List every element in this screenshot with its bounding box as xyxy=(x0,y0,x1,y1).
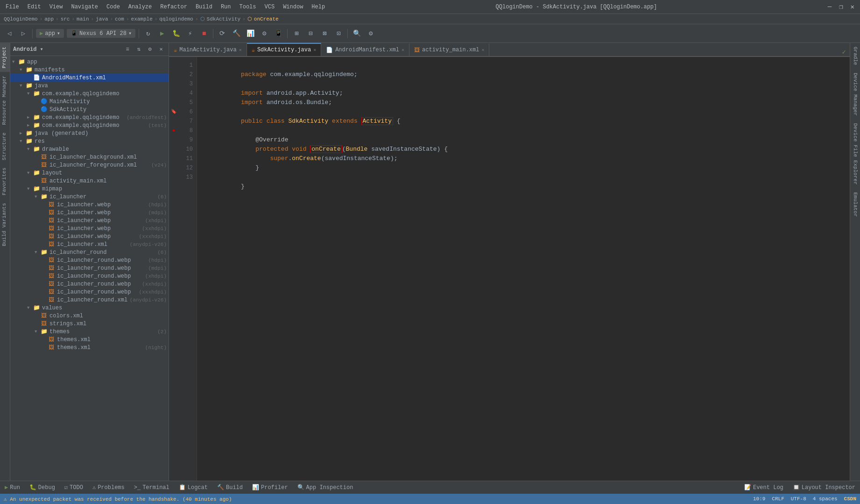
tree-item-package-androidtest[interactable]: ▶ 📁 com.example.qqlogindemo (androidTest… xyxy=(10,113,169,121)
sync-button[interactable]: ↻ xyxy=(141,27,155,40)
device-config-selector[interactable]: 📱 Nexus 6 API 28 ▾ xyxy=(67,29,135,38)
emulator-tab[interactable]: Emulator xyxy=(851,189,860,221)
tree-item-themes-night-xml[interactable]: 🖼 themes.xml (night) xyxy=(10,343,169,351)
breadcrumb-item[interactable]: ⬡ xyxy=(247,16,252,22)
file-tab-androidmanifest[interactable]: 📄 AndroidManifest.xml ✕ xyxy=(321,43,409,56)
project-tab[interactable]: Project xyxy=(0,43,10,72)
menu-help[interactable]: Help xyxy=(310,3,327,11)
tree-item-ic-launcher-round[interactable]: ▼ 📁 ic_launcher_round (6) xyxy=(10,248,169,256)
file-tab-mainactivity[interactable]: ☕ MainActivity.java ✕ xyxy=(169,43,247,56)
search-everywhere-button[interactable]: 🔍 xyxy=(350,27,363,40)
tree-item-sdkactivity[interactable]: 🔵 SdkActivity xyxy=(10,105,169,113)
tree-item-mipmap[interactable]: ▼ 📁 mipmap xyxy=(10,185,169,193)
resource-manager-tab[interactable]: Resource Manager xyxy=(0,72,10,129)
tree-item-package-test[interactable]: ▶ 📁 com.example.qqlogindemo (test) xyxy=(10,121,169,129)
breadcrumb-item[interactable]: java xyxy=(96,16,108,22)
profiler-button[interactable]: 📊 xyxy=(244,27,257,40)
tree-item-drawable[interactable]: ▼ 📁 drawable xyxy=(10,145,169,153)
tree-item-layout[interactable]: ▼ 📁 layout xyxy=(10,169,169,177)
toolbar-icon-3[interactable]: ⊠ xyxy=(318,27,331,40)
structure-tab[interactable]: Structure xyxy=(0,129,10,164)
device-manager-tab[interactable]: Device Manager xyxy=(851,69,860,119)
menu-window[interactable]: Window xyxy=(281,3,305,11)
tree-item-ic-launcher-xxxhdpi[interactable]: 🖼 ic_launcher.webp (xxxhdpi) xyxy=(10,232,169,240)
build-tool[interactable]: 🔨 Build xyxy=(215,483,245,492)
tree-item-ic-launcher-bg[interactable]: 🖼 ic_launcher_background.xml xyxy=(10,153,169,161)
todo-tool[interactable]: ☑ TODO xyxy=(63,483,85,492)
tab-close-button[interactable]: ✕ xyxy=(239,47,242,53)
tree-item-strings-xml[interactable]: 🖼 strings.xml xyxy=(10,320,169,328)
tree-item-ic-launcher-round-xxhdpi[interactable]: 🖼 ic_launcher_round.webp (xxhdpi) xyxy=(10,280,169,288)
build-button[interactable]: 🔨 xyxy=(230,27,243,40)
build-variants-tab[interactable]: Build Variants xyxy=(0,199,10,250)
tree-item-ic-launcher-round-xhdpi[interactable]: 🖼 ic_launcher_round.webp (xhdpi) xyxy=(10,272,169,280)
device-file-explorer-tab[interactable]: Device File Explorer xyxy=(851,119,860,189)
menu-code[interactable]: Code xyxy=(105,3,122,11)
tree-item-colors-xml[interactable]: 🖼 colors.xml xyxy=(10,312,169,320)
menu-refactor[interactable]: Refactor xyxy=(158,3,189,11)
breadcrumb-item[interactable]: SdkActivity xyxy=(207,16,241,22)
avd-manager-button[interactable]: 📱 xyxy=(272,27,285,40)
tree-item-manifests[interactable]: ▼ 📁 manifests xyxy=(10,66,169,74)
maximize-button[interactable]: ❐ xyxy=(837,3,845,11)
title-bar-controls[interactable]: — ❐ ✕ xyxy=(826,3,856,11)
profiler-tool[interactable]: 📊 Profiler xyxy=(250,483,290,492)
menu-view[interactable]: View xyxy=(48,3,65,11)
breadcrumb-item[interactable]: ⬡ xyxy=(200,16,205,22)
collapse-all-button[interactable]: ≡ xyxy=(123,45,132,54)
settings-button[interactable]: ⚙ xyxy=(364,27,377,40)
terminal-tool[interactable]: >_ Terminal xyxy=(132,483,171,492)
tree-item-package[interactable]: ▼ 📁 com.example.qqlogindemo xyxy=(10,90,169,98)
tree-item-ic-launcher[interactable]: ▼ 📁 ic_launcher (6) xyxy=(10,193,169,201)
tab-close-button[interactable]: ✕ xyxy=(481,47,484,53)
file-tab-activity-main-xml[interactable]: 🖼 activity_main.xml ✕ xyxy=(409,43,489,56)
toolbar-icon-2[interactable]: ⊟ xyxy=(304,27,317,40)
tree-item-ic-launcher-fg[interactable]: 🖼 ic_launcher_foreground.xml (v24) xyxy=(10,161,169,169)
stop-button[interactable]: ■ xyxy=(197,27,211,40)
attach-debug-button[interactable]: ⚡ xyxy=(183,27,197,40)
tree-item-androidmanifest[interactable]: 📄 AndroidManifest.xml xyxy=(10,74,169,82)
tree-item-activity-main[interactable]: 🖼 activity_main.xml xyxy=(10,177,169,185)
tree-item-ic-launcher-mdpi[interactable]: 🖼 ic_launcher.webp (mdpi) xyxy=(10,209,169,217)
breadcrumb-item[interactable]: qqlogindemo xyxy=(159,16,193,22)
tab-close-button[interactable]: ✕ xyxy=(313,47,316,53)
breadcrumb-item[interactable]: QQloginDemo xyxy=(4,16,38,22)
favorites-tab[interactable]: Favorites xyxy=(0,164,10,199)
gradle-sync-button[interactable]: ⟳ xyxy=(216,27,229,40)
tree-settings-button[interactable]: ⚙ xyxy=(145,45,155,54)
breadcrumb-item[interactable]: app xyxy=(44,16,54,22)
run-config-selector[interactable]: ▶ app ▾ xyxy=(36,29,64,38)
tree-item-res[interactable]: ▼ 📁 res xyxy=(10,137,169,145)
forward-button[interactable]: ▷ xyxy=(17,27,30,40)
tree-item-mainactivity[interactable]: 🔵 MainActivity xyxy=(10,98,169,105)
tree-item-ic-launcher-xhdpi[interactable]: 🖼 ic_launcher.webp (xhdpi) xyxy=(10,217,169,224)
menu-edit[interactable]: Edit xyxy=(26,3,43,11)
menu-analyze[interactable]: Analyze xyxy=(127,3,154,11)
title-bar-menu[interactable]: File Edit View Navigate Code Analyze Ref… xyxy=(4,3,327,11)
run-tool[interactable]: ▶ Run xyxy=(3,483,22,492)
tree-item-themes-xml[interactable]: 🖼 themes.xml xyxy=(10,336,169,343)
file-tab-sdkactivity[interactable]: ☕ SdkActivity.java ✕ xyxy=(247,43,321,56)
menu-tools[interactable]: Tools xyxy=(238,3,258,11)
layout-inspector-tool[interactable]: 🔲 Layout Inspector xyxy=(791,483,857,492)
project-tree-content[interactable]: ▼ 📁 app ▼ 📁 manifests 📄 AndroidManifest.… xyxy=(10,56,169,481)
breadcrumb-item[interactable]: onCreate xyxy=(254,16,279,22)
back-button[interactable]: ◁ xyxy=(3,27,16,40)
logcat-tool[interactable]: 📋 Logcat xyxy=(177,483,210,492)
debug-button[interactable]: 🐛 xyxy=(169,27,183,40)
run-button[interactable]: ▶ xyxy=(155,27,169,40)
tree-item-ic-launcher-anydpi[interactable]: 🖼 ic_launcher.xml (anydpi-v26) xyxy=(10,240,169,248)
tree-item-ic-launcher-round-anydpi[interactable]: 🖼 ic_launcher_round.xml (anydpi-v26) xyxy=(10,296,169,304)
tree-item-ic-launcher-xxhdpi[interactable]: 🖼 ic_launcher.webp (xxhdpi) xyxy=(10,224,169,232)
app-inspection-tool[interactable]: 🔍 App Inspection xyxy=(296,483,355,492)
tree-item-java-generated[interactable]: ▶ 📁 java (generated) xyxy=(10,129,169,137)
debug-tool[interactable]: 🐛 Debug xyxy=(28,483,57,492)
event-log-tool[interactable]: 📝 Event Log xyxy=(742,483,785,492)
minimize-button[interactable]: — xyxy=(826,3,833,11)
menu-run[interactable]: Run xyxy=(219,3,233,11)
breadcrumb-item[interactable]: main xyxy=(77,16,89,22)
tree-item-values[interactable]: ▼ 📁 values xyxy=(10,304,169,312)
menu-file[interactable]: File xyxy=(4,3,21,11)
code-content[interactable]: package com.example.qqlogindemo; import … xyxy=(197,57,850,481)
menu-navigate[interactable]: Navigate xyxy=(69,3,100,11)
